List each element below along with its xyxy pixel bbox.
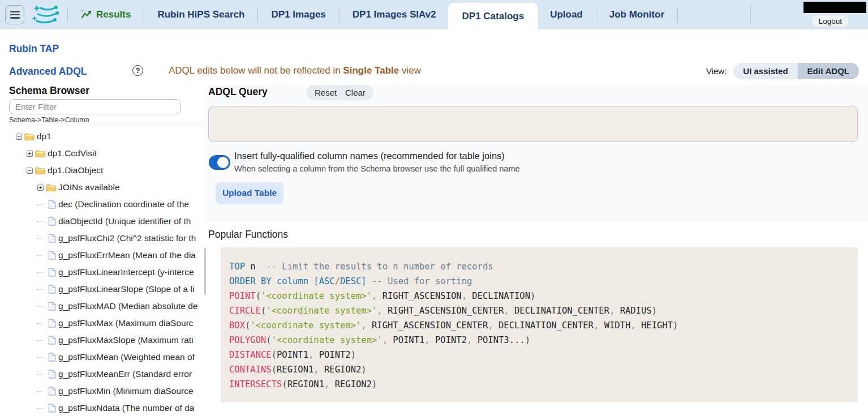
tree-column-item[interactable]: g_psfFluxErrMean (Mean of the dia: [9, 247, 202, 264]
tree-item-label: g_psfFluxMean (Weighted mean of: [58, 352, 195, 362]
tab-job-monitor[interactable]: Job Monitor: [598, 0, 676, 29]
tree-connector: [37, 255, 42, 256]
tree-column-item[interactable]: g_psfFluxMean (Weighted mean of: [9, 349, 202, 366]
tab-divider: [67, 7, 68, 22]
view-toggle-group: UI assisted Edit ADQL: [733, 63, 859, 79]
top-tab-bar: ResultsRubin HiPS SearchDP1 ImagesDP1 Im…: [0, 0, 868, 29]
tab-rubin-hips-search[interactable]: Rubin HiPS Search: [145, 0, 256, 29]
tree-column-item[interactable]: [9, 417, 202, 420]
adql-query-title: ADQL Query: [208, 86, 268, 98]
tree-item-label: diaObjectId (Unique identifier of th: [58, 216, 191, 226]
tree-folder-dp1-ccdvisit[interactable]: +dp1.CcdVisit: [9, 145, 202, 162]
tree-item-label: g_psfFluxErrMean (Mean of the dia: [58, 250, 196, 260]
column-doc-icon: [48, 217, 56, 226]
code-line: POINT('<coordinate system>', RIGHT_ASCEN…: [229, 289, 858, 303]
tree-item-label: g_psfFluxChi2 (Chi^2 statistic for th: [58, 233, 196, 243]
column-doc-icon: [48, 285, 56, 294]
tree-connector: [37, 323, 42, 324]
chart-line-icon: [81, 10, 92, 20]
fully-qualified-toggle[interactable]: [209, 155, 230, 170]
tree-connector: [37, 391, 42, 392]
tree-item-label: g_psfFluxMeanErr (Standard error: [58, 369, 192, 379]
tree-column-item[interactable]: dec (Declination coordinate of the: [9, 196, 202, 213]
tab-label: DP1 Images SIAv2: [353, 9, 436, 20]
toggle-label: Insert fully-qualified column names (rec…: [234, 151, 505, 161]
tree-column-item[interactable]: g_psfFluxNdata (The number of da: [9, 400, 202, 417]
tab-dp1-images[interactable]: DP1 Images: [259, 0, 337, 29]
column-doc-icon: [48, 370, 56, 379]
tree-column-item[interactable]: g_psfFluxMeanErr (Standard error: [9, 366, 202, 383]
logout-button[interactable]: Logout: [812, 15, 849, 27]
collapse-icon[interactable]: −: [27, 168, 33, 174]
column-doc-icon: [48, 319, 56, 328]
tab-label: Rubin HiPS Search: [157, 9, 244, 20]
column-doc-icon: [48, 251, 56, 260]
tree-connector: [37, 374, 42, 375]
tree-column-item[interactable]: g_psfFluxLinearSlope (Slope of a li: [9, 281, 202, 298]
popular-functions-code: TOP n -- Limit the results to n number o…: [221, 247, 858, 402]
tab-upload[interactable]: Upload: [538, 0, 595, 29]
menu-button[interactable]: [5, 5, 24, 24]
code-line: INTERSECTS(REGION1, REGION2): [229, 377, 858, 392]
tree-column-item[interactable]: diaObjectId (Unique identifier of th: [9, 213, 202, 230]
help-icon[interactable]: ?: [132, 65, 143, 76]
popular-functions-title: Popular Functions: [208, 229, 288, 241]
tree-item-label: g_psfFluxMin (Minimum diaSource: [58, 386, 194, 396]
column-doc-icon: [48, 200, 56, 209]
tab-divider: [677, 7, 678, 22]
tree-connector: [37, 238, 42, 239]
tree-folder-joins-available[interactable]: +JOINs available: [9, 179, 202, 196]
view-switcher: View: UI assisted Edit ADQL: [706, 63, 859, 79]
adql-query-input[interactable]: [208, 106, 858, 142]
clear-button[interactable]: Clear: [337, 85, 373, 100]
tab-dp1-catalogs[interactable]: DP1 Catalogs: [448, 3, 539, 29]
tree-column-item[interactable]: g_psfFluxMaxSlope (Maximum rati: [9, 332, 202, 349]
schema-filter-input[interactable]: [9, 99, 181, 114]
tree-column-item[interactable]: g_psfFluxMAD (Median absolute de: [9, 298, 202, 315]
code-line: BOX('<coordinate system>', RIGHT_ASCENSI…: [229, 318, 858, 333]
folder-icon: [35, 166, 45, 175]
tabbar-divider: [750, 5, 751, 24]
code-line: POLYGON('<coordinate system>', POINT1, P…: [229, 333, 858, 348]
tree-item-label: g_psfFluxMaxSlope (Maximum rati: [58, 335, 194, 345]
code-line: ORDER BY column [ASC/DESC] -- Used for s…: [229, 274, 858, 289]
tab-strip: ResultsRubin HiPS SearchDP1 ImagesDP1 Im…: [66, 0, 868, 29]
expand-icon[interactable]: +: [27, 151, 33, 157]
firefly-logo-icon: [31, 3, 61, 26]
column-doc-icon: [48, 268, 56, 277]
tab-label: Upload: [550, 9, 583, 20]
column-doc-icon: [48, 336, 56, 345]
tree-column-item[interactable]: g_psfFluxMin (Minimum diaSource: [9, 383, 202, 400]
folder-icon: [46, 183, 56, 192]
view-edit-adql-button[interactable]: Edit ADQL: [798, 63, 859, 79]
username-redacted: [803, 2, 866, 13]
schema-tree: −dp1+dp1.CcdVisit−dp1.DiaObject+JOINs av…: [9, 128, 202, 420]
tree-column-item[interactable]: g_psfFluxLinearIntercept (y-interce: [9, 264, 202, 281]
tree-connector: [37, 357, 42, 358]
adql-warning-text: ADQL edits below will not be reflected i…: [169, 65, 421, 76]
tree-column-item[interactable]: g_psfFluxMax (Maximum diaSourc: [9, 315, 202, 332]
upload-table-button[interactable]: Upload Table: [216, 182, 283, 204]
schema-browser-title: Schema Browser: [9, 85, 89, 97]
collapse-icon[interactable]: −: [16, 134, 22, 140]
view-ui-assisted-button[interactable]: UI assisted: [733, 63, 797, 79]
tree-folder-dp1[interactable]: −dp1: [9, 128, 202, 145]
tree-item-label: g_psfFluxMAD (Median absolute de: [58, 301, 197, 311]
tab-dp1-images-siav2[interactable]: DP1 Images SIAv2: [341, 0, 448, 29]
tree-item-label: g_psfFluxLinearIntercept (y-interce: [58, 267, 194, 277]
tree-connector: [37, 221, 42, 222]
user-area: Logout: [777, 0, 868, 29]
tab-results[interactable]: Results: [69, 0, 143, 29]
schema-scrollbar-thumb[interactable]: [204, 247, 206, 295]
tree-connector: [37, 204, 42, 205]
tab-label: DP1 Images: [271, 9, 325, 20]
tree-connector: [37, 272, 42, 273]
tree-column-item[interactable]: g_psfFluxChi2 (Chi^2 statistic for th: [9, 230, 202, 247]
folder-icon: [35, 149, 45, 158]
toggle-sublabel: When selecting a column from the Schema …: [234, 164, 520, 173]
tab-divider: [144, 7, 144, 22]
page-title: Rubin TAP: [9, 43, 59, 55]
advanced-adql-link[interactable]: Advanced ADQL: [9, 66, 87, 78]
tree-folder-dp1-diaobject[interactable]: −dp1.DiaObject: [9, 162, 202, 179]
expand-icon[interactable]: +: [37, 185, 44, 191]
